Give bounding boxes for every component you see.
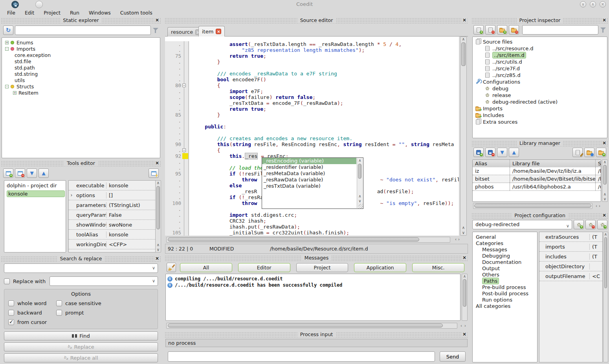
remove-config-button[interactable]: − — [585, 220, 596, 229]
scroll-thumb[interactable] — [168, 238, 419, 241]
code-line[interactable]: . import std.digest.crc; — [165, 212, 459, 218]
fold-margin[interactable] — [182, 47, 189, 53]
code-line[interactable]: .− { — [165, 147, 459, 153]
symbol-tree[interactable]: +Enums-Importscore.exceptionstd.filestd.… — [2, 37, 160, 158]
tool-properties-grid[interactable]: executablekonsole›options[]parameters(TS… — [68, 180, 156, 252]
category-item[interactable]: Documentation — [473, 259, 536, 265]
minimize-button[interactable]: ∨ — [580, 1, 586, 7]
replace-button[interactable]: ba Replace — [4, 342, 158, 351]
code-line[interactable]: 90 this(string resFile, ResEncoding resE… — [165, 141, 459, 147]
property-row[interactable]: includes(T — [539, 252, 602, 262]
completion-item[interactable]: _resRawData (variable) — [262, 177, 356, 183]
fold-margin[interactable] — [182, 41, 189, 47]
project-tree-item[interactable]: debug-redirected (active) — [473, 99, 606, 105]
scroll-right-icon[interactable]: › — [458, 237, 460, 242]
column-header-library-file[interactable]: Library file — [510, 160, 596, 167]
scroll-thumb[interactable] — [156, 186, 160, 229]
symbol-search-input[interactable] — [15, 26, 151, 35]
fold-margin[interactable] — [182, 118, 189, 124]
tree-item[interactable]: +ResItem — [3, 90, 159, 96]
tree-item[interactable]: core.exception — [3, 52, 159, 58]
fold-margin[interactable]: − — [182, 82, 189, 88]
scroll-thumb[interactable] — [604, 237, 607, 288]
property-row[interactable]: imports(T — [539, 242, 602, 252]
property-value[interactable]: <CFP> — [106, 241, 155, 247]
property-value[interactable]: (TStringList) — [106, 202, 155, 208]
code-line[interactable]: . /// encodes _resRawData to a e7F strin… — [165, 71, 459, 77]
edit-library-button[interactable] — [572, 148, 583, 157]
project-tree-item[interactable]: ../src/utils.d — [473, 59, 606, 65]
project-tree-item[interactable]: ../src/resource.d — [473, 45, 606, 52]
tools-editor-header[interactable]: Tools editor × — [1, 161, 161, 166]
property-row[interactable]: showWindowswoNone — [69, 220, 155, 230]
project-tree-item[interactable]: →Includes — [473, 112, 606, 119]
code-line[interactable]: . /// creates and encodes a new resource… — [165, 135, 459, 141]
category-item[interactable]: All categories — [473, 303, 536, 309]
menu-windows[interactable]: Windows — [85, 9, 115, 17]
clear-messages-button[interactable] — [167, 263, 176, 272]
table-row[interactable]: iz/home/basile/Dev/Iz/lib/iz.a/ho — [473, 167, 601, 175]
close-icon[interactable]: × — [154, 17, 160, 23]
scroll-left-icon[interactable]: ‹ — [460, 324, 462, 328]
fold-margin[interactable] — [182, 194, 189, 200]
fold-margin[interactable] — [182, 135, 189, 141]
category-item[interactable]: General — [473, 234, 536, 240]
add-folder-button[interactable]: + — [497, 25, 507, 35]
project-tree-item[interactable]: release — [473, 92, 606, 99]
property-row[interactable]: ›options[] — [69, 190, 155, 200]
static-explorer-header[interactable]: Static explorer × — [1, 18, 161, 24]
checkbox[interactable] — [8, 310, 14, 316]
resize-grip[interactable] — [358, 204, 363, 209]
scroll-left-icon[interactable]: ‹ — [455, 237, 457, 242]
message-item[interactable]: icompiling /.../build/resource.d.coedit — [167, 276, 459, 282]
fold-margin[interactable] — [182, 124, 189, 130]
project-tree-item[interactable]: ../src/z85.d — [473, 72, 606, 79]
scroll-thumb[interactable] — [474, 204, 591, 208]
fold-margin[interactable] — [182, 171, 189, 177]
close-icon[interactable]: × — [154, 256, 160, 261]
fold-collapse-icon[interactable]: − — [182, 148, 186, 152]
project-configuration-header[interactable]: Project configuration × — [471, 213, 608, 219]
close-icon[interactable]: × — [154, 160, 160, 166]
filter-all[interactable]: All — [180, 263, 232, 272]
code-line[interactable]: . CRC32 ihash; — [165, 218, 459, 224]
project-tree-item[interactable]: ../src/item.d — [473, 52, 606, 59]
tools-list[interactable]: dolphin - project dirkonsole — [4, 180, 66, 252]
scroll-thumb[interactable] — [358, 164, 361, 179]
option-prompt[interactable]: prompt — [56, 308, 143, 317]
table-row[interactable]: phobos/usr/lib64/libphobos2.a/us — [473, 183, 601, 191]
code-line[interactable]: . "z85 representation length mismatches"… — [165, 47, 459, 53]
code-line[interactable]: . — [165, 65, 459, 71]
scroll-thumb[interactable] — [168, 324, 443, 327]
fold-margin[interactable] — [182, 188, 189, 194]
code-line[interactable]: 85 } — [165, 112, 459, 118]
property-value[interactable]: (T — [590, 244, 602, 250]
tool-list-item[interactable]: dolphin - project dir — [5, 181, 65, 190]
fold-margin[interactable] — [182, 112, 189, 118]
category-item[interactable]: Output — [473, 265, 536, 271]
code-line[interactable]: . return true; — [165, 106, 459, 112]
category-item[interactable]: Run options — [473, 296, 536, 303]
move-tool-down-button[interactable]: ▼ — [27, 168, 37, 178]
scroll-right-icon[interactable]: › — [599, 204, 600, 209]
add-library-button[interactable]: + — [473, 148, 484, 157]
code-line[interactable]: . bool encodee7F() — [165, 77, 459, 82]
code-line[interactable]: . scope(failure) return false; — [165, 94, 459, 100]
category-item[interactable]: Post-build process — [473, 290, 536, 296]
library-manager-header[interactable]: Library manager × — [471, 141, 608, 146]
close-button[interactable]: × — [600, 1, 606, 7]
close-icon[interactable]: × — [462, 17, 467, 23]
fold-margin[interactable] — [182, 206, 189, 212]
property-value[interactable]: konsole — [106, 183, 155, 188]
library-from-folder-button[interactable] — [584, 148, 594, 157]
move-library-up-button[interactable]: ▲ — [509, 148, 519, 157]
search-term-combo[interactable]: ∨ — [4, 263, 158, 273]
code-line[interactable]: 105 _initialSum = crc322uint(ihash.finis… — [165, 230, 459, 236]
fold-margin[interactable] — [182, 224, 189, 230]
property-value[interactable]: <C — [590, 273, 602, 279]
property-row[interactable]: executablekonsole — [69, 181, 155, 190]
inspector-filter-input[interactable] — [522, 25, 598, 35]
fold-margin[interactable] — [182, 183, 189, 188]
code-line[interactable]: 75 return true; — [165, 53, 459, 59]
close-icon[interactable]: × — [462, 255, 467, 260]
